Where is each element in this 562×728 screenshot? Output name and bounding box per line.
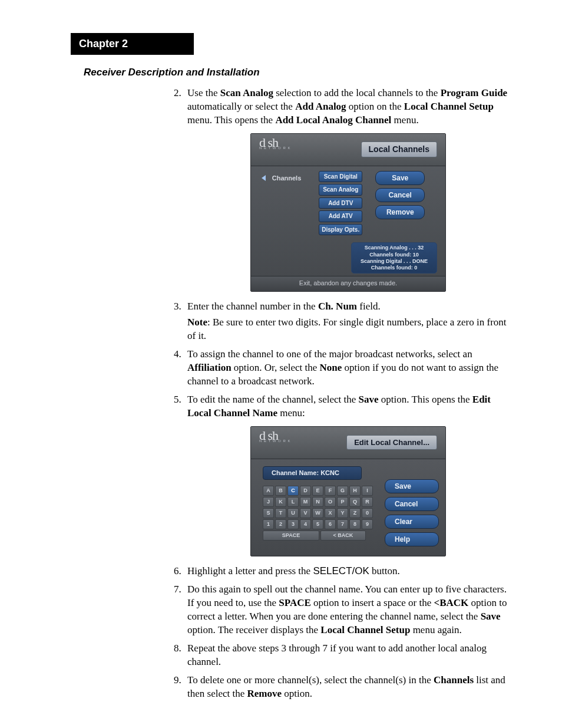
key-Q[interactable]: Q [349, 497, 361, 507]
key-E[interactable]: E [312, 486, 323, 496]
key-back[interactable]: < BACK [320, 531, 366, 541]
key-1[interactable]: 1 [263, 519, 274, 529]
scan-analog-button[interactable]: Scan Analog [319, 184, 362, 196]
key-W[interactable]: W [312, 508, 323, 518]
key-9[interactable]: 9 [362, 519, 373, 529]
key-X[interactable]: X [325, 508, 336, 518]
cancel-button[interactable]: Cancel [375, 188, 425, 202]
key-M[interactable]: M [300, 497, 311, 507]
step-2: Use the Scan Analog selection to add the… [184, 87, 509, 292]
step-3: Enter the channel number in the Ch. Num … [184, 300, 509, 343]
scan-digital-button[interactable]: Scan Digital [319, 171, 362, 183]
scan-status: Scanning Analog . . . 32 Channels found:… [351, 242, 437, 274]
dish-logo: d sh N E T W O R K [259, 139, 295, 160]
key-F[interactable]: F [325, 486, 336, 496]
key-S[interactable]: S [263, 508, 274, 518]
add-atv-button[interactable]: Add ATV [319, 210, 362, 222]
key-D[interactable]: D [300, 486, 311, 496]
fig1-footer: Exit, abandon any changes made. [251, 276, 445, 291]
key-O[interactable]: O [325, 497, 336, 507]
key-0[interactable]: 0 [362, 508, 373, 518]
display-opts-button[interactable]: Display Opts. [319, 224, 362, 236]
save-button[interactable]: Save [385, 479, 439, 493]
section-title: Receiver Description and Installation [84, 67, 509, 78]
key-8[interactable]: 8 [349, 519, 361, 529]
channels-label: Channels [272, 174, 302, 182]
help-button[interactable]: Help [385, 532, 439, 546]
add-dtv-button[interactable]: Add DTV [319, 197, 362, 209]
remove-button[interactable]: Remove [375, 205, 425, 219]
key-7[interactable]: 7 [337, 519, 348, 529]
key-T[interactable]: T [275, 508, 286, 518]
left-arrow-icon [262, 175, 266, 181]
key-R[interactable]: R [362, 497, 373, 507]
dish-logo: d sh N E T W O R K [259, 432, 295, 453]
key-5[interactable]: 5 [312, 519, 323, 529]
step-9: To delete one or more channel(s), select… [184, 674, 509, 701]
step-7: Do this again to spell out the channel n… [184, 583, 509, 637]
key-space[interactable]: SPACE [263, 531, 319, 541]
cancel-button[interactable]: Cancel [385, 497, 439, 511]
key-6[interactable]: 6 [325, 519, 336, 529]
key-V[interactable]: V [300, 508, 311, 518]
key-Y[interactable]: Y [337, 508, 348, 518]
key-U[interactable]: U [287, 508, 299, 518]
step-6: Highlight a letter and press the SELECT/… [184, 565, 509, 578]
key-Z[interactable]: Z [349, 508, 361, 518]
key-A[interactable]: A [263, 486, 274, 496]
key-N[interactable]: N [312, 497, 323, 507]
key-H[interactable]: H [349, 486, 361, 496]
fig-edit-local-channel: d sh N E T W O R K Edit Local Channel...… [250, 426, 446, 557]
channel-name-box: Channel Name: KCNC [263, 466, 362, 480]
chapter-tag: Chapter 2 [71, 33, 194, 55]
clear-button[interactable]: Clear [385, 515, 439, 529]
key-I[interactable]: I [362, 486, 373, 496]
key-3[interactable]: 3 [287, 519, 299, 529]
key-2[interactable]: 2 [275, 519, 286, 529]
save-button[interactable]: Save [375, 171, 425, 185]
fig1-title: Local Channels [361, 141, 437, 157]
key-G[interactable]: G [337, 486, 348, 496]
key-L[interactable]: L [287, 497, 299, 507]
key-K[interactable]: K [275, 497, 286, 507]
key-B[interactable]: B [275, 486, 286, 496]
fig-local-channels: d sh N E T W O R K Local Channels Channe… [250, 133, 446, 292]
keypad: A B C D E F G H I [263, 486, 373, 541]
key-4[interactable]: 4 [300, 519, 311, 529]
key-P[interactable]: P [337, 497, 348, 507]
step-8: Repeat the above steps 3 through 7 if yo… [184, 642, 509, 669]
fig2-title: Edit Local Channel... [346, 435, 437, 450]
step-5: To edit the name of the channel, select … [184, 393, 509, 557]
step-4: To assign the channel to one of the majo… [184, 348, 509, 388]
key-C[interactable]: C [287, 486, 299, 496]
key-J[interactable]: J [263, 497, 274, 507]
